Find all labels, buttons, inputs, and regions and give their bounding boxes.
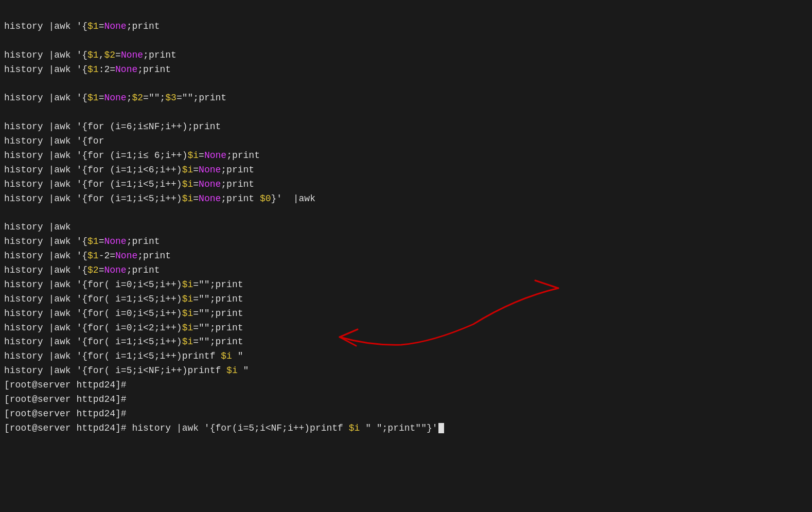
terminal-line: history |awk '{for [4,134,808,149]
terminal-line: [root@server httpd24]# [4,393,808,407]
terminal-line: [root@server httpd24]# [4,378,808,393]
terminal-line: history |awk '{$2=None;print [4,263,808,278]
terminal-line: history |awk '{for( i=1;i<5;i++)$i="";pr… [4,292,808,307]
terminal-line [4,206,808,220]
terminal-line: history |awk '{for( i=0;i<2;i++)$i="";pr… [4,321,808,336]
terminal-line: history |awk '{$1=None;$2="";$3="";print [4,91,808,105]
terminal-line: [root@server httpd24]# [4,407,808,421]
terminal-line: history |awk '{for( i=0;i<5;i++)$i="";pr… [4,278,808,292]
terminal-line: history |awk '{$1-2=None;print [4,249,808,263]
terminal-line: history |awk '{for (i=6;i≤NF;i++);print [4,120,808,134]
terminal-line: history |awk '{for (i=1;i≤ 6;i++)$i=None… [4,149,808,163]
terminal-line: history |awk [4,220,808,235]
terminal-line: history |awk '{for (i=1;i<5;i++)$i=None;… [4,192,808,206]
terminal-line [4,34,808,48]
terminal-line [4,77,808,91]
terminal-line: history |awk '{$1:2=None;print [4,63,808,77]
terminal-line: history |awk '{for( i=1;i<5;i++)printf $… [4,349,808,364]
terminal-line: history |awk '{for (i=1;i<5;i++)$i=None;… [4,178,808,192]
terminal-line: history |awk '{for( i=1;i<5;i++)$i="";pr… [4,335,808,349]
terminal-line: history |awk '{$1=None;print [4,20,808,34]
terminal-line: history |awk '{$1,$2=None;print [4,48,808,63]
terminal-output: history |awk '{$1=None;print history |aw… [0,0,812,441]
terminal-line: history |awk '{for( i=0;i<5;i++)$i="";pr… [4,307,808,321]
terminal-cursor [438,423,444,433]
terminal-line [4,105,808,120]
terminal-line: history |awk '{$1=None;print [4,235,808,249]
terminal-line: [root@server httpd24]# history |awk '{fo… [4,421,808,436]
terminal-line: history |awk '{for( i=5;i<NF;i++)printf … [4,364,808,378]
terminal-line: history |awk '{for (i=1;i<6;i++)$i=None;… [4,163,808,178]
